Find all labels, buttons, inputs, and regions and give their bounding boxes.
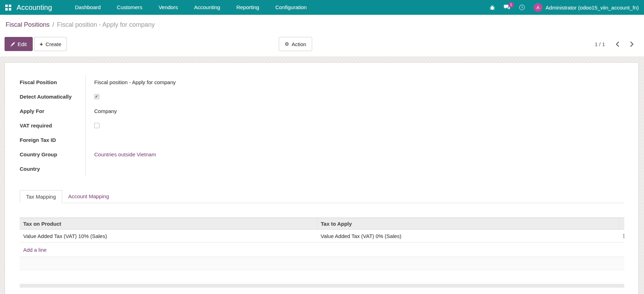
pager-next-button[interactable]: [629, 40, 635, 48]
tax-on-product-cell: Value Added Tax (VAT) 10% (Sales): [20, 230, 317, 243]
menu-item-dashboard[interactable]: Dashboard: [67, 0, 109, 15]
country-group-value: Countries outside Vietnam: [85, 147, 624, 162]
add-a-line-link[interactable]: Add a line: [20, 243, 624, 257]
row-actions-cell: [619, 230, 624, 243]
empty-row: [20, 270, 624, 283]
top-navbar: Accounting Dashboard Customers Vendors A…: [0, 0, 644, 15]
country-group-link[interactable]: Countries outside Vietnam: [94, 151, 156, 157]
field-label: Country Group: [20, 147, 85, 162]
table-row[interactable]: Value Added Tax (VAT) 10% (Sales) Value …: [20, 230, 624, 243]
field-label: Foreign Tax ID: [20, 133, 85, 147]
trash-icon: [623, 233, 624, 239]
app-title[interactable]: Accounting: [17, 4, 52, 12]
chevron-right-icon: [630, 42, 634, 47]
empty-row: [20, 257, 624, 270]
table-header-row: Tax on Product Tax to Apply: [20, 218, 624, 230]
column-header-tax-on-product[interactable]: Tax on Product: [20, 218, 317, 230]
apps-grid-icon[interactable]: [5, 4, 12, 11]
messages-icon[interactable]: 1: [504, 5, 510, 10]
field-row-foreign-tax-id: Foreign Tax ID: [20, 133, 624, 147]
pager: 1 / 1: [595, 37, 635, 51]
field-label: Fiscal Position: [20, 75, 85, 89]
detect-automatically-value: [85, 89, 624, 104]
field-row-fiscal-position: Fiscal Position Fiscal position - Apply …: [20, 75, 624, 89]
user-menu[interactable]: A Administrator (odoo15_viin_account_fn): [534, 3, 639, 12]
pager-value[interactable]: 1 / 1: [595, 41, 605, 47]
table-horizontal-scrollbar[interactable]: [20, 284, 624, 288]
user-name: Administrator (odoo15_viin_account_fn): [546, 5, 639, 11]
edit-button[interactable]: Edit: [5, 37, 33, 51]
messages-count-badge: 1: [508, 2, 514, 8]
field-row-country: Country: [20, 162, 624, 176]
field-row-vat-required: VAT required: [20, 118, 624, 133]
menu-item-reporting[interactable]: Reporting: [228, 0, 267, 15]
breadcrumb: Fiscal Positions/Fiscal position - Apply…: [0, 15, 644, 29]
tax-mapping-list: Tax on Product Tax to Apply Value Added …: [20, 218, 624, 288]
user-avatar: A: [534, 3, 542, 12]
breadcrumb-parent-link[interactable]: Fiscal Positions: [6, 21, 50, 28]
field-group: Fiscal Position Fiscal position - Apply …: [20, 75, 624, 176]
bug-icon[interactable]: [489, 5, 495, 11]
detect-automatically-checkbox[interactable]: [94, 94, 99, 99]
fiscal-position-value: Fiscal position - Apply for company: [85, 75, 624, 89]
chevron-left-icon: [616, 42, 619, 47]
tab-account-mapping[interactable]: Account Mapping: [62, 190, 115, 203]
field-row-detect-automatically: Detect Automatically: [20, 89, 624, 104]
notebook-tabs: Tax Mapping Account Mapping: [20, 190, 624, 203]
field-row-apply-for: Apply For Company: [20, 104, 624, 118]
delete-row-button[interactable]: [622, 232, 624, 239]
tax-to-apply-cell: Value Added Tax (VAT) 0% (Sales): [317, 230, 619, 243]
form-sheet: Fiscal Position Fiscal position - Apply …: [5, 62, 639, 294]
menu-item-configuration[interactable]: Configuration: [267, 0, 315, 15]
menu-item-vendors[interactable]: Vendors: [150, 0, 186, 15]
field-label: Apply For: [20, 104, 85, 118]
control-panel: Fiscal Positions/Fiscal position - Apply…: [0, 15, 644, 56]
create-button[interactable]: + Create: [34, 37, 67, 51]
pager-previous-button[interactable]: [614, 40, 621, 48]
field-label: VAT required: [20, 118, 85, 133]
menu-item-accounting[interactable]: Accounting: [186, 0, 228, 15]
plus-icon: +: [40, 41, 43, 47]
foreign-tax-id-value: [85, 133, 624, 147]
form-view-background: Fiscal Position Fiscal position - Apply …: [0, 56, 644, 294]
menu-item-customers[interactable]: Customers: [109, 0, 150, 15]
column-header-actions: [619, 218, 624, 230]
breadcrumb-separator: /: [52, 21, 54, 28]
vat-required-value: [85, 118, 624, 133]
navbar-systray: 1 A Administrator (odoo15_viin_account_f…: [489, 3, 639, 12]
field-row-country-group: Country Group Countries outside Vietnam: [20, 147, 624, 162]
add-a-line-row: Add a line: [20, 243, 624, 257]
apply-for-value: Company: [85, 104, 624, 118]
column-header-tax-to-apply[interactable]: Tax to Apply: [317, 218, 619, 230]
gear-icon: ⚙: [285, 42, 289, 46]
field-label: Detect Automatically: [20, 89, 85, 104]
pencil-icon: [11, 42, 15, 46]
action-button[interactable]: ⚙ Action: [279, 37, 312, 51]
tab-tax-mapping[interactable]: Tax Mapping: [20, 190, 62, 203]
country-value: [85, 162, 624, 176]
button-row: Edit + Create ⚙ Action 1 / 1: [0, 36, 644, 52]
vat-required-checkbox[interactable]: [94, 123, 99, 128]
main-menu: Dashboard Customers Vendors Accounting R…: [67, 0, 315, 15]
field-label: Country: [20, 162, 85, 176]
breadcrumb-current: Fiscal position - Apply for company: [57, 21, 155, 28]
activity-clock-icon[interactable]: [519, 4, 525, 11]
